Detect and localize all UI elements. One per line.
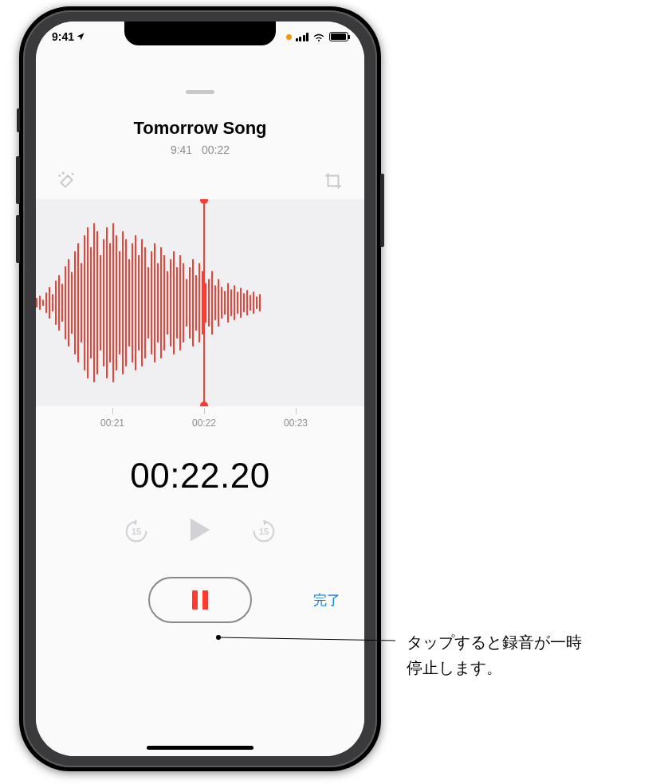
recording-title: Tomorrow Song bbox=[36, 118, 364, 139]
pause-recording-button[interactable] bbox=[148, 577, 252, 623]
power-button bbox=[380, 174, 384, 247]
volume-up-button bbox=[16, 156, 20, 204]
done-button[interactable]: 完了 bbox=[313, 591, 340, 610]
timeline-tick: 00:21 bbox=[100, 408, 124, 429]
screen: 9:41 Tomorrow Song 9:41 00:22 bbox=[36, 22, 364, 756]
recording-meta: 9:41 00:22 bbox=[36, 143, 364, 156]
elapsed-time-counter: 00:22.20 bbox=[36, 456, 364, 496]
phone-frame: 9:41 Tomorrow Song 9:41 00:22 bbox=[19, 6, 381, 771]
home-indicator[interactable] bbox=[147, 746, 253, 750]
skip-forward-15-button[interactable]: 15 bbox=[250, 518, 277, 545]
notch bbox=[124, 22, 276, 45]
skip-back-15-button[interactable]: 15 bbox=[123, 518, 150, 545]
sheet-grabber[interactable] bbox=[186, 90, 214, 94]
location-icon bbox=[76, 32, 85, 41]
recording-indicator-dot bbox=[286, 34, 292, 40]
playhead[interactable] bbox=[203, 199, 205, 406]
battery-icon bbox=[329, 32, 348, 41]
timeline-tick: 00:22 bbox=[192, 408, 216, 429]
enhance-icon[interactable] bbox=[57, 171, 77, 194]
timeline-tick: 00:23 bbox=[284, 408, 308, 429]
cellular-signal-icon bbox=[296, 33, 309, 41]
status-time: 9:41 bbox=[52, 30, 74, 43]
callout-text: タップすると録音が一時 停止します。 bbox=[407, 629, 582, 680]
mute-switch bbox=[17, 108, 20, 132]
pause-icon bbox=[192, 590, 208, 610]
volume-down-button bbox=[16, 215, 20, 263]
play-button[interactable] bbox=[188, 516, 212, 547]
waveform[interactable] bbox=[36, 199, 364, 406]
timeline[interactable]: 00:21 00:22 00:23 0 bbox=[36, 408, 364, 437]
trim-icon[interactable] bbox=[323, 171, 344, 194]
wifi-icon bbox=[312, 32, 325, 41]
